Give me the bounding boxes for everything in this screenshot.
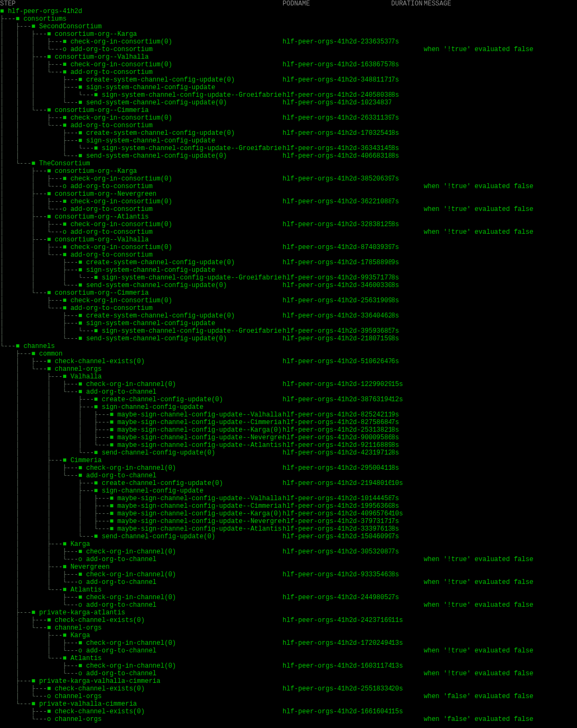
- message: [424, 160, 577, 167]
- tree-row: │ └---o channel-orgs when 'false' evalua…: [0, 693, 577, 700]
- ok-icon: ■: [94, 480, 98, 487]
- duration: 7s: [391, 533, 424, 540]
- ok-icon: ■: [62, 61, 66, 69]
- pod-name: hlf-peer-orgs-41h2d-3634314520: [283, 145, 391, 152]
- pod-name: hlf-peer-orgs-41h2d-3364046262: [283, 312, 391, 320]
- ok-icon: ■: [94, 449, 98, 457]
- tree-row: │ │ ├---■ sign-system-channel-config-upd…: [0, 266, 577, 274]
- message: [424, 594, 577, 601]
- duration: 8s: [391, 129, 424, 137]
- duration: 8s: [391, 145, 424, 152]
- pod-name: hlf-peer-orgs-41h2d-2551833472: [283, 685, 391, 693]
- step-label: sign-system-channel-config-update--Groei…: [102, 327, 283, 335]
- step-label: private-valhalla-cimmeria: [39, 700, 137, 708]
- message: [424, 388, 577, 396]
- duration: [391, 578, 424, 586]
- ok-icon: ■: [78, 76, 82, 84]
- duration: [391, 472, 424, 480]
- message: [424, 609, 577, 617]
- pod-name: hlf-peer-orgs-41h2d-4096576453: [283, 510, 391, 518]
- message: [424, 122, 577, 129]
- duration: [391, 677, 424, 685]
- pod-name: [283, 457, 391, 464]
- duration: 8s: [391, 297, 424, 304]
- ok-icon: ■: [110, 441, 114, 449]
- step-label: Cimmeria: [71, 457, 102, 464]
- tree-row: │ │ ├---■ consortium-org--Karga: [0, 30, 577, 38]
- ok-icon: ■: [78, 571, 82, 578]
- message: [424, 282, 577, 289]
- duration: 9s: [391, 259, 424, 266]
- ok-icon: ■: [110, 525, 114, 533]
- ok-icon: ■: [32, 700, 35, 708]
- pod-name: [283, 304, 391, 312]
- duration: [391, 457, 424, 464]
- ok-icon: ■: [62, 304, 66, 312]
- duration: [391, 53, 424, 61]
- message: [424, 685, 577, 693]
- tree-row: │ │ ├---■ check-org-in-channel(0)hlf-pee…: [0, 548, 577, 556]
- step-label: channel-orgs: [55, 365, 102, 373]
- duration: [391, 693, 424, 700]
- pod-name: [283, 84, 391, 91]
- message: [424, 15, 577, 23]
- tree-row: │ │ │ └---■ sign-system-channel-config-u…: [0, 274, 577, 282]
- message: [424, 426, 577, 434]
- ok-icon: ■: [78, 129, 82, 137]
- step-label: check-org-in-channel(0): [86, 662, 176, 670]
- tree-row: │ │ └---■ add-org-to-consortium: [0, 251, 577, 259]
- step-label: add-org-to-consortium: [71, 304, 153, 312]
- pod-name: [283, 107, 391, 114]
- tree-row: │ └---o add-org-to-channel when '!true' …: [0, 670, 577, 677]
- pod-name: hlf-peer-orgs-41h2d-1014445868: [283, 495, 391, 502]
- step-label: create-channel-config-update(0): [102, 396, 223, 403]
- message: [424, 244, 577, 251]
- pod-name: [283, 586, 391, 594]
- tree-row: ├---■ private-karga-atlantis: [0, 609, 577, 617]
- message: [424, 8, 577, 15]
- step-label: add-org-to-consortium: [71, 206, 153, 213]
- message: [424, 129, 577, 137]
- duration: 7s: [391, 244, 424, 251]
- duration: [391, 99, 424, 107]
- ok-icon: ■: [78, 320, 82, 327]
- message: when '!true' evaluated false: [424, 183, 577, 190]
- duration: [391, 388, 424, 396]
- ok-icon: ■: [110, 495, 114, 502]
- skip-icon: o: [62, 206, 66, 213]
- pod-name: [283, 624, 391, 632]
- ok-icon: ■: [78, 99, 82, 107]
- ok-icon: ■: [110, 510, 114, 518]
- pod-name: [283, 700, 391, 708]
- duration: 7s: [391, 495, 424, 502]
- duration: [391, 251, 424, 259]
- pod-name: [283, 46, 391, 53]
- step-label: check-org-in-channel(0): [86, 571, 176, 578]
- ok-icon: ■: [78, 381, 82, 388]
- duration: 8s: [391, 571, 424, 578]
- step-label: check-org-in-consortium(0): [71, 61, 172, 69]
- ok-icon: ■: [78, 464, 82, 472]
- duration: [391, 343, 424, 350]
- tree-row: │ └---■ Atlantis: [0, 655, 577, 662]
- pod-name: hlf-peer-orgs-41h2d-921168892: [283, 441, 391, 449]
- step-label: Karga: [71, 632, 90, 639]
- duration: 7s: [391, 38, 424, 46]
- duration: [391, 624, 424, 632]
- message: [424, 358, 577, 365]
- pod-name: [283, 160, 391, 167]
- step-label: add-org-to-channel: [86, 388, 156, 396]
- step-label: check-org-in-consortium(0): [71, 244, 172, 251]
- step-label: channel-orgs: [55, 693, 102, 700]
- step-label: check-channel-exists(0): [55, 685, 145, 693]
- message: [424, 114, 577, 122]
- step-label: check-org-in-consortium(0): [71, 38, 172, 46]
- pod-name: [283, 289, 391, 297]
- pod-name: hlf-peer-orgs-41h2d-827586844: [283, 419, 391, 426]
- step-label: sign-channel-config-update: [102, 403, 203, 411]
- ok-icon: ■: [62, 122, 66, 129]
- ok-icon: ■: [78, 662, 82, 670]
- tree-row: │ │ ├---■ create-channel-config-update(0…: [0, 480, 577, 487]
- tree-row: │ │ │ ├---■ maybe-sign-channel-config-up…: [0, 426, 577, 434]
- duration: [391, 84, 424, 91]
